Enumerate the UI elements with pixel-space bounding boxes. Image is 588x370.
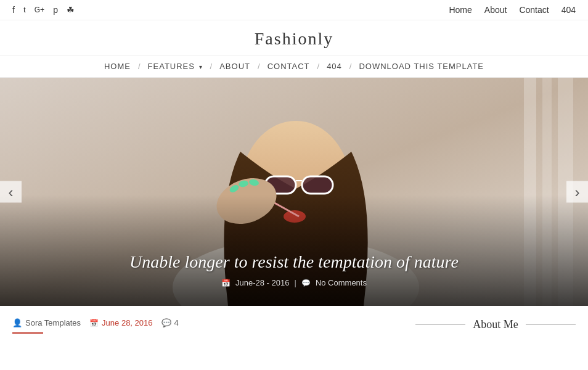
about-me-line-left: [415, 324, 465, 325]
nav-features[interactable]: FEATURES ▾: [141, 62, 210, 71]
top-nav-404[interactable]: 404: [561, 5, 576, 15]
content-left: 👤 Sora Templates 📅 June 28, 2016 💬 4: [12, 318, 397, 337]
site-logo[interactable]: Fashionly: [255, 29, 333, 48]
top-bar: f t G+ p ☘ Home About Contact 404: [0, 0, 588, 20]
nav-404[interactable]: 404: [319, 62, 349, 71]
calendar-icon: 📅: [221, 279, 231, 287]
twitter-icon[interactable]: t: [23, 5, 26, 15]
post-meta-underline: [12, 332, 43, 334]
post-meta: 👤 Sora Templates 📅 June 28, 2016 💬 4: [12, 318, 397, 327]
post-author: 👤 Sora Templates: [12, 318, 81, 327]
logo-bar: Fashionly: [0, 20, 588, 56]
post-date[interactable]: 📅 June 28, 2016: [89, 318, 152, 327]
slider-prev-button[interactable]: ‹: [0, 181, 22, 203]
top-nav-home[interactable]: Home: [449, 5, 472, 15]
author-name: Sora Templates: [25, 318, 81, 327]
sidebar: About Me: [415, 318, 576, 337]
nav-home[interactable]: HOME: [97, 62, 138, 71]
nav-download[interactable]: DOWNLOAD THIS TEMPLATE: [351, 62, 491, 71]
meta-separator: |: [294, 278, 296, 287]
author-icon: 👤: [12, 318, 22, 327]
content-row: 👤 Sora Templates 📅 June 28, 2016 💬 4 Abo…: [0, 306, 588, 337]
slide-comments: No Comments: [316, 278, 367, 287]
slider-overlay: Unable longer to resist the temptation o…: [0, 195, 588, 306]
top-nav-about[interactable]: About: [484, 5, 507, 15]
date-icon: 📅: [89, 319, 99, 327]
slide-date: June-28 - 2016: [235, 278, 289, 287]
slide-title: Unable longer to resist the temptation o…: [129, 252, 459, 272]
comments-icon: 💬: [161, 318, 171, 327]
main-nav: HOME / FEATURES ▾ / ABOUT / CONTACT / 40…: [0, 56, 588, 78]
features-dropdown-arrow: ▾: [199, 64, 203, 70]
slider: Unable longer to resist the temptation o…: [0, 78, 588, 306]
slide-meta: 📅 June-28 - 2016 | 💬 No Comments: [221, 278, 367, 287]
post-comments: 💬 4: [161, 318, 179, 327]
top-nav: Home About Contact 404: [449, 5, 576, 15]
about-me-title: About Me: [473, 318, 518, 331]
facebook-icon[interactable]: f: [12, 5, 15, 15]
about-me-header: About Me: [415, 318, 576, 331]
nav-contact[interactable]: CONTACT: [260, 62, 317, 71]
svg-rect-7: [302, 176, 333, 194]
instagram-icon[interactable]: ☘: [67, 5, 75, 15]
date-value: June 28, 2016: [102, 318, 152, 327]
google-plus-icon[interactable]: G+: [35, 6, 44, 14]
comment-icon: 💬: [301, 279, 311, 287]
pinterest-icon[interactable]: p: [53, 5, 58, 15]
social-icons: f t G+ p ☘: [12, 5, 75, 15]
comments-count: 4: [174, 318, 179, 327]
nav-about[interactable]: ABOUT: [212, 62, 258, 71]
slider-next-button[interactable]: ›: [566, 181, 588, 203]
top-nav-contact[interactable]: Contact: [519, 5, 549, 15]
about-me-line-right: [526, 324, 576, 325]
